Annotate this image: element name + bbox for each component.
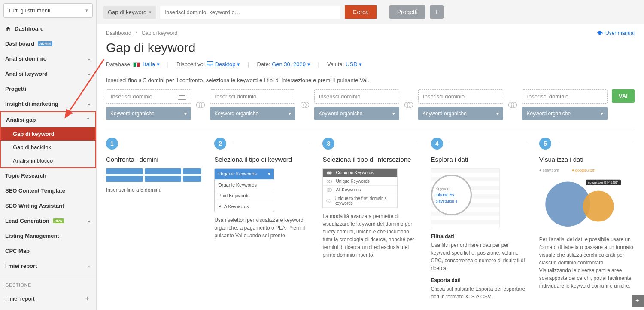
chevron-up-icon: ⌃ [86,117,90,123]
chevron-down-icon: ⌄ [87,218,91,224]
filter-database-value[interactable]: Italia ▾ [143,61,160,68]
venn-icon [195,101,206,108]
filter-date-value[interactable]: Gen 30, 2020 ▾ [272,61,310,68]
sidebar-item-label: Insight di marketing [5,101,58,107]
breadcrumb-current: Gap di keyword [142,30,177,36]
sidebar-item-analisi-dominio[interactable]: Analisi dominio ⌄ [0,51,96,66]
chevron-down-icon: ▾ [85,8,88,13]
sidebar-item-seo-content-template[interactable]: SEO Content Template [0,183,96,198]
step-4: 4 Esplora i dati Keyword iphone 5s plays… [431,138,526,301]
highlight-box: Analisi gap ⌃ Gap di keyword Gap di back… [0,111,96,168]
chevron-down-icon: ⌄ [87,101,91,107]
step-number: 1 [106,138,118,150]
search-button[interactable]: Cerca [345,5,376,19]
sidebar-item-label: SEO Content Template [5,187,65,194]
keyword-type-select-3[interactable]: Keyword organiche▾ [314,107,399,120]
sidebar-item-progetti[interactable]: Progetti [0,81,96,96]
domain-input-2[interactable]: Inserisci dominio [210,89,295,104]
step-description: La modalità avanzata permette di visuali… [322,212,418,259]
projects-button[interactable]: Progetti [389,5,425,19]
sidebar-item-miei-report[interactable]: I miei report ⌄ [0,258,96,273]
chevron-down-icon: ▾ [149,9,152,15]
go-button[interactable]: VAI [612,89,635,103]
sidebar-item-dashboard-admin[interactable]: Dashboard ADMIN [0,36,96,51]
flag-italy-icon [133,62,140,67]
sidebar-item-label: Dashboard [5,40,34,47]
step-3: 3 Seleziona il tipo di intersezione Comm… [322,138,418,301]
domain-input-1[interactable]: Inserisci dominio [106,89,191,104]
sidebar-item-seo-writing-assistant[interactable]: SEO Writing Assistant [0,198,96,213]
step-number: 2 [214,138,226,150]
search-input[interactable] [160,6,340,19]
filter-date-label: Date: [257,61,270,68]
step-2: 2 Seleziona il tipo di keyword Organic K… [214,138,310,301]
sidebar-item-listing-management[interactable]: Listing Management [0,228,96,243]
sidebar-item-cpc-map[interactable]: CPC Map [0,243,96,258]
admin-badge: ADMIN [38,41,52,46]
sidebar-item-lead-generation[interactable]: Lead Generation NEW ⌄ [0,213,96,228]
keyword-type-select-5[interactable]: Keyword organiche▾ [522,107,607,120]
sidebar-item-label: Dashboard [15,25,44,32]
sidebar-item-topic-research[interactable]: Topic Research [0,168,96,183]
filter-device-label: Dispositivo: [176,61,205,68]
domain-input-row: Inserisci dominio Keyword organiche▾ Ins… [106,89,635,120]
sidebar-sub-label: Gap di keyword [13,131,55,137]
domain-input-5[interactable]: Inserisci dominio [522,89,607,104]
step-5: 5 Visualizza i dati ● ebay.com ● google.… [539,138,635,301]
svg-point-13 [327,180,330,183]
sidebar-sub-gap-backlink[interactable]: Gap di backlink [1,141,95,154]
svg-text:google.com (2,943,306): google.com (2,943,306) [588,181,618,184]
filter-device-value[interactable]: Desktop ▾ [215,61,240,68]
feedback-tab[interactable] [632,295,644,307]
home-icon [5,26,11,32]
new-badge: NEW [53,218,64,223]
keyword-type-select-4[interactable]: Keyword organiche▾ [418,107,503,120]
svg-point-15 [327,188,330,191]
filter-database-label: Database: [106,61,131,68]
add-project-button[interactable]: + [430,5,444,19]
plus-icon[interactable]: + [85,295,91,302]
sidebar-sub-gap-keyword[interactable]: Gap di keyword [1,127,95,141]
megaphone-icon [635,298,641,304]
sidebar-item-insight-marketing[interactable]: Insight di marketing ⌄ [0,96,96,111]
keyword-type-select-1[interactable]: Keyword organiche▾ [106,107,191,120]
filter-currency-value[interactable]: USD ▾ [346,61,362,68]
sidebar-item-label: Listing Management [5,233,59,239]
sidebar-item-label: Analisi dominio [5,55,47,62]
sidebar-sub-analisi-blocco[interactable]: Analisi in blocco [1,154,95,167]
domain-input-3[interactable]: Inserisci dominio [314,89,399,104]
step-number: 4 [431,138,443,150]
desktop-icon [207,61,213,66]
caret-down-icon: ▾ [496,110,499,117]
sidebar: Tutti gli strumenti ▾ Dashboard Dashboar… [0,0,97,310]
sidebar-item-analisi-gap[interactable]: Analisi gap ⌃ [1,112,95,127]
step-description: Inserisci fino a 5 domini. [106,186,201,194]
breadcrumb-root[interactable]: Dashboard [106,30,131,36]
tools-dropdown[interactable]: Tutti gli strumenti ▾ [3,3,93,18]
svg-point-16 [329,188,332,191]
sidebar-item-dashboard[interactable]: Dashboard [0,21,96,36]
step-illustration: Common Keywords Unique Keywords All Keyw… [322,168,418,208]
sidebar-item-label: I miei report [5,295,35,302]
sidebar-manage-reports[interactable]: I miei report + [0,290,96,307]
caret-down-icon: ▾ [184,110,187,117]
step-illustration [106,168,201,182]
sidebar-manage-progetti[interactable]: Progetti [0,307,96,310]
step-illustration: Organic Keywords▾ Organic Keywords Paid … [214,168,310,212]
step-1: 1 Confronta i domini Inserisci fino a 5 … [106,138,201,301]
domain-input-4[interactable]: Inserisci dominio [418,89,503,104]
user-manual-link[interactable]: User manual [597,30,635,36]
keyword-type-select-2[interactable]: Keyword organiche▾ [210,107,295,120]
chevron-down-icon: ⌄ [87,263,91,269]
chevron-down-icon: ⌄ [87,56,91,61]
filters-row: Database: Italia ▾ | Dispositivo: Deskto… [106,61,635,68]
caret-down-icon: ▾ [392,110,395,117]
scope-dropdown[interactable]: Gap di keyword ▾ [103,6,156,19]
sidebar-item-analisi-keyword[interactable]: Analisi keyword ⌄ [0,66,96,81]
step-illustration: ● ebay.com ● google.com google.com (2,94… [539,168,635,231]
step-description: Usa i selettori per visualizzare keyword… [214,216,310,239]
chevron-down-icon: ⌄ [87,71,91,77]
step-title: Esplora i dati [431,156,526,163]
step-title: Visualizza i dati [539,156,635,163]
graduation-cap-icon [597,30,603,36]
